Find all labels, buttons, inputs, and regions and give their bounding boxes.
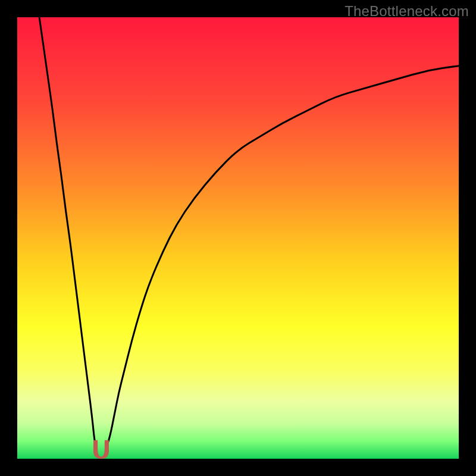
chart-frame: TheBottleneck.com bbox=[0, 0, 476, 476]
plot-area bbox=[17, 17, 459, 459]
chart-svg bbox=[17, 17, 459, 459]
watermark-text: TheBottleneck.com bbox=[345, 3, 469, 20]
gradient-background bbox=[17, 17, 459, 459]
